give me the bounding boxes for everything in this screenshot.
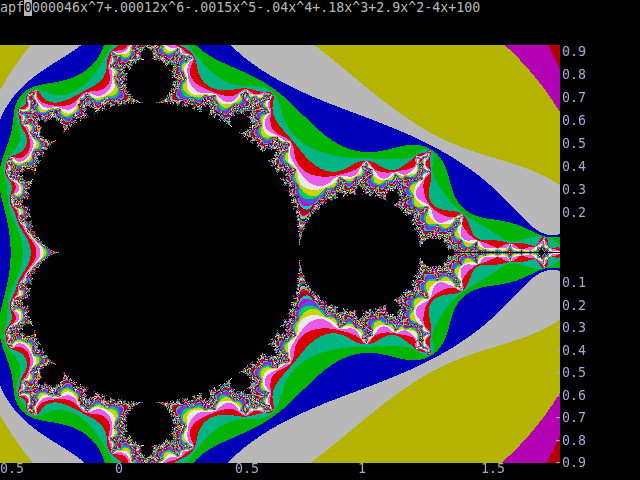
y-axis-label: 0.8 [562, 67, 586, 83]
fractal-plot[interactable] [0, 45, 560, 463]
y-axis-label: 0.2 [562, 205, 586, 221]
x-axis-label: 0.5 [235, 461, 259, 477]
y-axis-label: -0.4 [554, 343, 586, 359]
formula-input[interactable]: apf0000046x^7+.00012x^6-.0015x^5-.04x^4+… [0, 0, 640, 16]
text-cursor[interactable]: 0 [24, 0, 32, 16]
y-axis-label: 0.9 [562, 44, 586, 60]
x-axis-label: 0 [115, 461, 123, 477]
y-axis-label: -0.5 [554, 365, 586, 381]
formula-post-cursor: 000046x^7+.00012x^6-.0015x^5-.04x^4+.18x… [32, 0, 480, 15]
y-axis-label: -0.6 [554, 388, 586, 404]
y-axis-label: 0.7 [562, 90, 586, 106]
formula-pre-cursor: apf [0, 0, 24, 15]
y-axis-label: 0.4 [562, 159, 586, 175]
y-axis-label: 0.3 [562, 182, 586, 198]
x-axis-label: 1.5 [481, 461, 505, 477]
y-axis-label: -0.7 [554, 410, 586, 426]
y-axis-label: -0.1 [554, 275, 586, 291]
y-axis-label: 0.5 [562, 136, 586, 152]
y-axis-label: 0.6 [562, 113, 586, 129]
y-axis-label: -0.9 [554, 455, 586, 471]
y-axis-label: -0.8 [554, 433, 586, 449]
fractal-app-screen: apf0000046x^7+.00012x^6-.0015x^5-.04x^4+… [0, 0, 640, 480]
x-axis-label: 1 [358, 461, 366, 477]
y-axis-label: -0.3 [554, 320, 586, 336]
x-axis-label: 0.5 [0, 461, 24, 477]
y-axis-label: -0.2 [554, 298, 586, 314]
